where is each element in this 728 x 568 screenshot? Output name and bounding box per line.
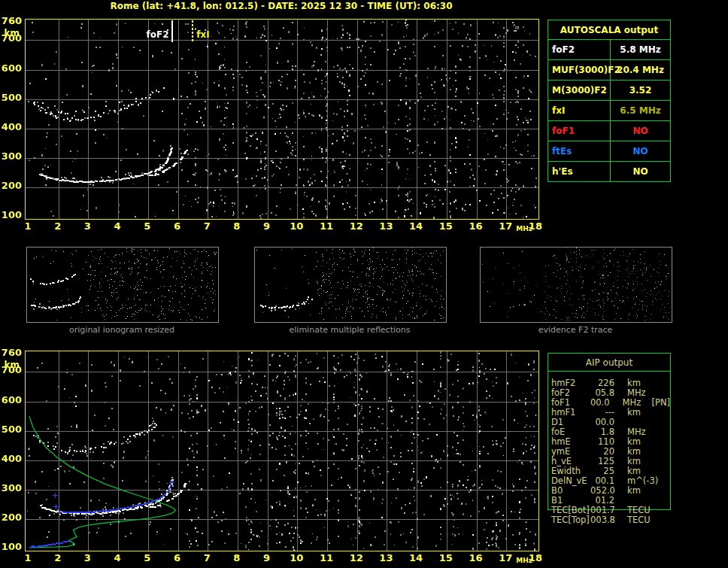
bottom-y-axis-unit: km <box>0 360 20 370</box>
top-x-tick-label: 3 <box>77 220 97 232</box>
top-x-tick-label: 16 <box>466 220 486 232</box>
top-x-axis-unit: MHz <box>516 225 532 232</box>
bottom-y-tick-label: 760 <box>0 348 22 358</box>
aip-param-extra <box>657 457 659 466</box>
aip-param-extra <box>657 408 659 418</box>
bottom-x-tick-label: 12 <box>347 552 366 563</box>
top-x-tick-label: 15 <box>436 220 456 232</box>
bottom-y-tick-label: 300 <box>0 483 22 494</box>
bottom-x-tick-label: 14 <box>406 552 426 563</box>
aip-param-extra <box>657 437 659 447</box>
thumbnail-eliminate-reflections <box>254 247 447 323</box>
top-x-tick-label: 17 <box>496 220 515 232</box>
thumbnail-eliminate-canvas <box>255 248 444 320</box>
aip-param-unit: TECU <box>614 515 657 525</box>
aip-table: AIP output hmF2226kmfoF205.8MHzfoF100.0M… <box>548 353 671 510</box>
bottom-ionogram-plot <box>25 351 539 551</box>
bottom-x-tick-label: 5 <box>138 552 157 563</box>
autoscala-param-label: fxI <box>548 101 611 120</box>
autoscala-row-fof2: foF25.8 MHz <box>548 39 670 59</box>
thumbnail-eliminate-caption: eliminate multiple reflections <box>254 325 445 335</box>
autoscala-param-value: 20.4 MHz <box>611 60 670 80</box>
top-y-tick-label: 400 <box>0 122 22 132</box>
top-x-tick-label: 1 <box>18 220 38 232</box>
bottom-x-tick-label: 9 <box>257 552 277 563</box>
aip-param-extra <box>657 447 659 457</box>
thumbnail-evidence-f2 <box>480 247 672 323</box>
aip-param-extra <box>657 378 659 388</box>
top-x-tick-label: 13 <box>376 220 396 232</box>
thumbnail-evidence-canvas <box>481 248 670 320</box>
station-title: Rome (lat: +41.8, lon: 012.5) - DATE: 20… <box>25 1 538 11</box>
aip-param-extra <box>657 476 659 486</box>
top-x-tick-label: 6 <box>168 220 187 232</box>
autoscala-param-label: M(3000)F2 <box>548 80 611 100</box>
thumbnail-original-caption: original ionogram resized <box>26 325 217 335</box>
top-x-tick-label: 10 <box>287 220 306 232</box>
bottom-y-tick-label: 600 <box>0 395 22 405</box>
top-x-tick-label: 11 <box>317 220 336 232</box>
bottom-x-axis-unit: MHz <box>516 557 532 564</box>
autoscala-table: AUTOSCALA output foF25.8 MHzMUF(3000)F22… <box>548 20 671 182</box>
autoscala-param-value: NO <box>611 121 670 141</box>
autoscala-param-label: ftEs <box>548 141 611 161</box>
top-x-tick-label: 14 <box>406 220 426 232</box>
bottom-x-tick-label: 16 <box>466 552 486 563</box>
autoscala-row-fxi: fxI6.5 MHz <box>548 100 670 120</box>
aip-param-extra <box>657 515 659 525</box>
top-x-tick-label: 2 <box>48 220 68 232</box>
aip-table-rows: hmF2226kmfoF205.8MHzfoF100.0MHz[PN]hmF1-… <box>548 378 670 525</box>
bottom-x-tick-label: 6 <box>168 552 187 563</box>
bottom-x-tick-label: 2 <box>48 552 68 563</box>
autoscala-table-rows: foF25.8 MHzMUF(3000)F220.4 MHzM(3000)F23… <box>548 39 670 181</box>
top-y-tick-label: 500 <box>0 93 22 103</box>
autoscala-param-value: 5.8 MHz <box>611 40 670 59</box>
autoscala-param-label: MUF(3000)F2 <box>548 60 611 80</box>
autoscala-param-label: foF1 <box>548 121 611 141</box>
top-x-tick-label: 8 <box>227 220 247 232</box>
top-x-tick-label: 5 <box>138 220 157 232</box>
thumbnail-original-ionogram <box>26 247 219 323</box>
bottom-x-tick-label: 13 <box>376 552 396 563</box>
bottom-x-tick-label: 17 <box>496 552 515 563</box>
top-y-tick-label: 300 <box>0 151 22 162</box>
bottom-x-tick-label: 3 <box>77 552 97 563</box>
bottom-x-tick-label: 15 <box>436 552 456 563</box>
top-y-tick-label: 200 <box>0 181 22 191</box>
autoscala-param-value: 6.5 MHz <box>611 101 670 120</box>
bottom-x-tick-label: 10 <box>287 552 306 563</box>
aip-row-tectop: TEC[Top]003.8TECU <box>548 515 670 525</box>
aip-param-unit: km <box>614 486 657 496</box>
bottom-y-tick-label: 200 <box>0 512 22 523</box>
autoscala-param-value: 3.52 <box>611 80 670 100</box>
bottom-y-tick-label: 100 <box>0 542 22 552</box>
autoscala-param-label: h'Es <box>548 162 611 181</box>
top-y-tick-label: 760 <box>0 16 22 26</box>
aip-param-extra <box>657 427 659 437</box>
top-ionogram-plot <box>25 19 539 220</box>
autoscala-row-muf3000f2: MUF(3000)F220.4 MHz <box>548 59 670 80</box>
top-y-tick-label: 600 <box>0 63 22 74</box>
aip-param-unit: km <box>614 408 657 418</box>
autoscala-row-m3000f2: M(3000)F23.52 <box>548 80 670 100</box>
thumbnail-original-canvas <box>27 248 217 320</box>
aip-param-extra <box>657 506 659 515</box>
autoscala-param-value: NO <box>611 141 670 161</box>
aip-param-extra <box>657 418 659 427</box>
aip-param-value: 003.8 <box>590 515 614 525</box>
bottom-y-tick-label: 400 <box>0 454 22 464</box>
aip-param-label: TEC[Top] <box>548 515 590 525</box>
top-x-tick-label: 7 <box>197 220 217 232</box>
autoscala-table-header: AUTOSCALA output <box>548 20 670 39</box>
autoscala-row-ftes: ftEsNO <box>548 141 670 161</box>
bottom-x-tick-label: 11 <box>317 552 336 563</box>
top-x-tick-label: 12 <box>347 220 366 232</box>
top-y-tick-label: 100 <box>0 210 22 220</box>
top-ionogram-canvas <box>26 20 538 219</box>
aip-param-extra <box>657 496 659 506</box>
autoscala-param-label: foF2 <box>548 40 611 59</box>
bottom-x-tick-label: 1 <box>18 552 38 563</box>
bottom-x-tick-label: 7 <box>197 552 217 563</box>
autoscala-screen: Rome (lat: +41.8, lon: 012.5) - DATE: 20… <box>0 0 728 568</box>
top-x-tick-label: 9 <box>257 220 277 232</box>
